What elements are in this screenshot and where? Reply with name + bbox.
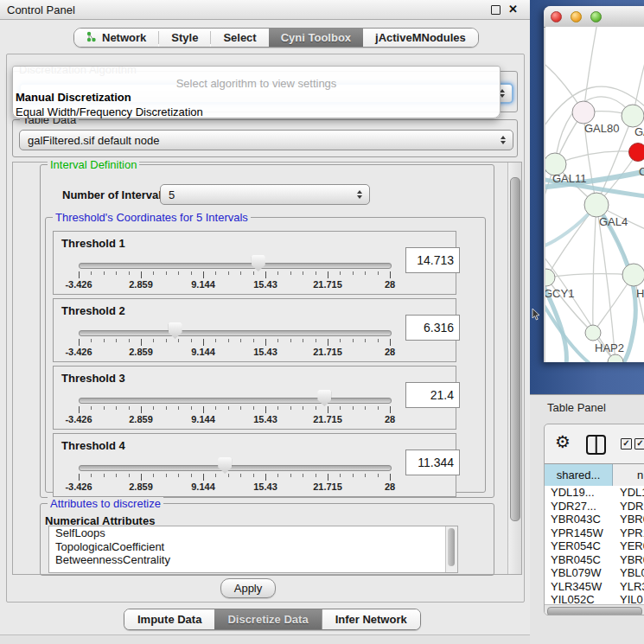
node-pink[interactable] — [572, 101, 595, 124]
network-view-window[interactable]: GAL80GACGAL11GAL4GCY1HHAP2 — [544, 6, 644, 362]
menu-item-manual-discretization[interactable]: Manual Discretization — [13, 90, 500, 105]
table-row[interactable]: YBR043CYBR0 — [545, 513, 644, 526]
node-green-tr[interactable] — [622, 105, 644, 127]
tab-network[interactable]: Network — [74, 29, 158, 47]
horizontal-scrollbar[interactable] — [545, 604, 644, 615]
tab-cyni-toolbox[interactable]: Cyni Toolbox — [269, 29, 363, 47]
zoom-traffic-light[interactable] — [590, 11, 602, 22]
tick-label: 9.144 — [191, 279, 215, 290]
node-label: H — [636, 287, 644, 300]
tick-label: 28 — [385, 347, 395, 357]
column-header-name[interactable]: n — [613, 464, 644, 486]
table-data-selected: galFiltered.sif default node — [28, 134, 159, 147]
threshold-2-panel: Threshold 2 -3.4262.8599.14415.4321.7152… — [53, 298, 456, 362]
table-row[interactable]: YPR145WYPR1 — [545, 526, 644, 540]
tick-label: -3.426 — [65, 279, 92, 290]
network-window-titlebar[interactable] — [544, 6, 644, 28]
algorithm-placeholder: Select algorithm to view settings — [13, 77, 500, 90]
tick-label: 9.144 — [191, 347, 215, 357]
threshold-value-field[interactable]: 21.4 — [405, 382, 460, 408]
tab-impute-data[interactable]: Impute Data — [124, 609, 214, 629]
tick-label: 21.715 — [313, 414, 342, 424]
threshold-value-field[interactable]: 14.713 — [405, 247, 460, 273]
numerical-attributes-list[interactable]: SelfLoopsTopologicalCoefficientBetweenne… — [48, 526, 458, 573]
node-h[interactable] — [622, 264, 644, 286]
tab-jactivemnodules[interactable]: jActiveMNodules — [363, 29, 478, 47]
minimize-traffic-light[interactable] — [571, 11, 582, 22]
number-of-intervals-label: Number of Intervals — [62, 188, 168, 201]
node-hap2[interactable] — [585, 325, 601, 341]
tab-select[interactable]: Select — [211, 29, 268, 47]
node-label: GAL4 — [599, 215, 628, 228]
mouse-cursor — [532, 309, 540, 324]
table-row[interactable]: YER054CYER0 — [545, 539, 644, 553]
column-header-shared-name[interactable]: shared... — [545, 464, 613, 486]
number-of-intervals-combobox[interactable]: 5 — [160, 184, 370, 205]
attributes-group-title: Attributes to discretize — [48, 497, 163, 510]
combo-arrows-icon — [501, 131, 506, 150]
slider-ticks: -3.4262.8599.14415.4321.71528 — [54, 367, 456, 429]
tick-label: 28 — [385, 481, 395, 492]
tick-label: 2.859 — [129, 481, 153, 492]
gear-icon[interactable]: ⚙ — [555, 432, 571, 451]
scrollbar-thumb[interactable] — [510, 177, 520, 521]
screen: Control Panel ✕ Network Style Select Cyn… — [0, 0, 644, 644]
table-data-combobox[interactable]: galFiltered.sif default node — [19, 130, 513, 150]
tab-discretize-data[interactable]: Discretize Data — [214, 609, 321, 629]
table-row[interactable]: YBL079WYBL0 — [545, 566, 644, 580]
attributes-scrollbar[interactable] — [445, 526, 457, 572]
table-header-row: shared... n — [545, 463, 644, 487]
tick-label: 28 — [385, 279, 395, 290]
apply-button[interactable]: Apply — [220, 578, 276, 598]
columns-icon[interactable] — [586, 435, 606, 455]
table-row[interactable]: YDL19...YDL1 — [545, 486, 644, 500]
threshold-1-panel: Threshold 1 -3.4262.8599.14415.4321.7152… — [53, 231, 456, 295]
close-traffic-light[interactable] — [551, 11, 562, 22]
vertical-scrollbar[interactable] — [507, 163, 521, 574]
table-panel: Table Panel ⚙ ✓ ✓ shared... n YDL19...YD… — [530, 394, 644, 644]
right-region: GAL80GACGAL11GAL4GCY1HHAP2 Table Panel ⚙… — [530, 0, 644, 644]
close-icon[interactable]: ✕ — [508, 5, 518, 14]
table-toolbar: ⚙ ✓ ✓ — [545, 424, 644, 463]
node-gcy1[interactable] — [545, 269, 555, 286]
tick-label: 28 — [385, 414, 395, 424]
tick-label: 2.859 — [129, 347, 153, 357]
menu-item-equal-width-frequency[interactable]: Equal Width/Frequency Discretization — [13, 105, 500, 119]
tick-label: 2.859 — [129, 279, 153, 290]
node-label: HAP2 — [595, 341, 624, 354]
tick-label: 9.144 — [191, 481, 215, 492]
table-row[interactable]: YIL052CYIL0 — [545, 593, 644, 604]
tick-label: -3.426 — [65, 414, 92, 424]
control-panel-tabs: Network Style Select Cyni Toolbox jActiv… — [73, 28, 479, 48]
scrollbar-thumb[interactable] — [547, 607, 642, 615]
table-row[interactable]: YBR045CYBR0 — [545, 553, 644, 567]
tick-label: -3.426 — [65, 481, 92, 492]
node-label: C — [639, 165, 644, 178]
threshold-value-field[interactable]: 11.344 — [405, 450, 460, 475]
tick-label: 21.715 — [313, 279, 342, 290]
threshold-value-field[interactable]: 6.316 — [405, 315, 460, 341]
checkbox-checked-icon-1[interactable]: ✓ — [621, 438, 632, 450]
table-rows[interactable]: YDL19...YDL1YDR27...YDR2YBR043CYBR0YPR14… — [545, 486, 644, 604]
network-canvas[interactable]: GAL80GACGAL11GAL4GCY1HHAP2 — [545, 27, 644, 362]
checkbox-checked-icon-2[interactable]: ✓ — [634, 438, 644, 450]
slider-ticks: -3.4262.8599.14415.4321.71528 — [54, 299, 456, 361]
table-window: ⚙ ✓ ✓ shared... n YDL19...YDL1YDR27...YD… — [544, 424, 644, 615]
node-red[interactable] — [629, 143, 644, 162]
float-window-icon[interactable] — [491, 5, 501, 15]
list-item[interactable]: BetweennessCentrality — [49, 553, 457, 567]
tab-style[interactable]: Style — [159, 29, 210, 47]
tab-infer-network[interactable]: Infer Network — [322, 609, 420, 629]
list-item[interactable]: TopologicalCoefficient — [49, 540, 457, 554]
tick-label: 21.715 — [313, 481, 342, 492]
node-gal4[interactable] — [584, 193, 609, 217]
table-row[interactable]: YDR27...YDR2 — [545, 500, 644, 513]
node-label: GCY1 — [545, 287, 574, 300]
threshold-4-panel: Threshold 4 -3.4262.8599.14415.4321.7152… — [53, 433, 456, 497]
list-item[interactable]: SelfLoops — [49, 526, 457, 540]
node-label: GAL11 — [552, 172, 587, 185]
number-of-intervals-value: 5 — [169, 188, 175, 201]
scrollbar-thumb[interactable] — [448, 528, 455, 566]
table-row[interactable]: YLR345WYLR3 — [545, 580, 644, 594]
threshold-3-panel: Threshold 3 -3.4262.8599.14415.4321.7152… — [53, 366, 456, 430]
